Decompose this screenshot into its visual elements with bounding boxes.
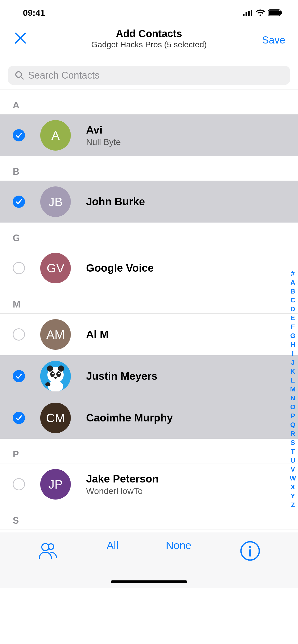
index-letter[interactable]: D <box>290 305 295 313</box>
close-button[interactable] <box>13 31 28 46</box>
section-header: G <box>0 223 298 247</box>
status-bar: 09:41 <box>0 0 298 25</box>
index-letter[interactable]: X <box>291 483 295 491</box>
contact-name: Avi <box>86 124 121 136</box>
avatar: A <box>40 120 71 151</box>
bottom-toolbar: All None <box>0 532 298 588</box>
index-letter[interactable]: T <box>291 448 295 456</box>
checkbox-checked[interactable] <box>13 129 25 141</box>
index-letter[interactable]: Y <box>291 492 295 500</box>
index-letter[interactable]: P <box>291 412 295 420</box>
svg-point-15 <box>52 373 54 374</box>
svg-rect-0 <box>243 14 245 16</box>
index-letter[interactable]: J <box>291 359 294 367</box>
select-none-button[interactable]: None <box>166 539 191 552</box>
svg-point-16 <box>58 373 60 374</box>
index-letter[interactable]: B <box>290 287 295 295</box>
check-icon <box>15 132 22 139</box>
svg-rect-2 <box>248 11 250 16</box>
contact-row[interactable]: JPJake PetersonWonderHowTo <box>0 463 298 505</box>
svg-rect-6 <box>281 11 282 14</box>
index-letter[interactable]: R <box>290 430 295 438</box>
avatar: GV <box>40 253 71 283</box>
checkbox-checked[interactable] <box>13 370 25 382</box>
contact-row[interactable]: AMAl M <box>0 314 298 355</box>
contact-name: Jake Peterson <box>86 473 159 485</box>
contact-row[interactable]: JBJohn Burke <box>0 181 298 223</box>
index-letter[interactable]: Q <box>290 421 295 429</box>
index-letter[interactable]: E <box>291 314 295 322</box>
contact-name: Caoimhe Murphy <box>86 412 173 424</box>
index-letter[interactable]: M <box>290 385 296 393</box>
avatar: AM <box>40 319 71 350</box>
check-icon <box>15 373 22 380</box>
index-letter[interactable]: A <box>290 279 295 286</box>
index-letter[interactable]: G <box>290 332 295 340</box>
alpha-index[interactable]: #ABCDEFGHIJKLMNOPQRSTUVWXYZ <box>290 270 296 509</box>
contact-row[interactable]: GVGoogle Voice <box>0 247 298 289</box>
svg-rect-3 <box>251 10 252 16</box>
check-icon <box>15 414 22 421</box>
wifi-icon <box>256 9 265 16</box>
index-letter[interactable]: I <box>292 350 294 358</box>
select-all-button[interactable]: All <box>107 539 119 552</box>
index-letter[interactable]: S <box>291 439 295 447</box>
index-letter[interactable]: K <box>290 368 295 375</box>
page-subtitle: Gadget Hacks Pros (5 selected) <box>91 40 207 49</box>
cellular-icon <box>243 10 253 16</box>
status-time: 09:41 <box>23 8 45 18</box>
svg-point-19 <box>45 382 50 386</box>
info-icon <box>240 541 260 561</box>
contact-name: John Burke <box>86 196 145 208</box>
index-letter[interactable]: L <box>291 376 295 384</box>
svg-rect-1 <box>246 12 247 16</box>
svg-point-11 <box>47 365 53 372</box>
contact-row[interactable]: Justin Meyers <box>0 355 298 397</box>
contacts-button[interactable] <box>36 539 59 562</box>
index-letter[interactable]: F <box>291 323 295 331</box>
checkbox-checked[interactable] <box>13 196 25 208</box>
contact-name: Al M <box>86 328 109 341</box>
page-title: Add Contacts <box>91 28 207 39</box>
close-icon <box>15 32 26 44</box>
avatar: CM <box>40 403 71 433</box>
section-header: B <box>0 156 298 181</box>
save-button[interactable]: Save <box>262 34 285 46</box>
index-letter[interactable]: V <box>291 465 295 473</box>
info-button[interactable] <box>239 539 262 562</box>
contact-subtitle: WonderHowTo <box>86 486 159 496</box>
nav-header: Add Contacts Gadget Hacks Pros (5 select… <box>0 25 298 61</box>
status-icons <box>243 9 283 16</box>
index-letter[interactable]: # <box>291 270 294 277</box>
checkbox-checked[interactable] <box>13 412 25 424</box>
index-letter[interactable]: W <box>290 474 296 482</box>
battery-icon <box>268 9 283 16</box>
contact-name: Justin Meyers <box>86 370 157 382</box>
index-letter[interactable]: C <box>290 296 295 304</box>
section-header: P <box>0 439 298 463</box>
index-letter[interactable]: O <box>290 403 295 411</box>
index-letter[interactable]: Z <box>291 501 295 509</box>
checkbox-unchecked[interactable] <box>13 328 25 341</box>
index-letter[interactable]: U <box>290 457 295 464</box>
avatar: JP <box>40 469 71 500</box>
search-icon <box>15 71 24 80</box>
checkbox-unchecked[interactable] <box>13 478 25 490</box>
search-placeholder: Search Contacts <box>28 70 100 81</box>
search-bar-container: Search Contacts <box>0 61 298 90</box>
section-header: S <box>0 505 298 530</box>
svg-point-12 <box>58 365 64 372</box>
contact-row[interactable]: CMCaoimhe Murphy <box>0 397 298 439</box>
avatar: JB <box>40 186 71 217</box>
search-input[interactable]: Search Contacts <box>8 66 290 85</box>
contact-row[interactable]: AAviNull Byte <box>0 114 298 156</box>
svg-point-23 <box>249 546 251 548</box>
section-header: A <box>0 90 298 114</box>
index-letter[interactable]: H <box>290 341 295 349</box>
index-letter[interactable]: N <box>290 394 295 402</box>
section-header: M <box>0 289 298 314</box>
contact-subtitle: Null Byte <box>86 137 121 147</box>
checkbox-unchecked[interactable] <box>13 262 25 274</box>
avatar <box>40 361 71 391</box>
svg-point-18 <box>48 381 63 391</box>
